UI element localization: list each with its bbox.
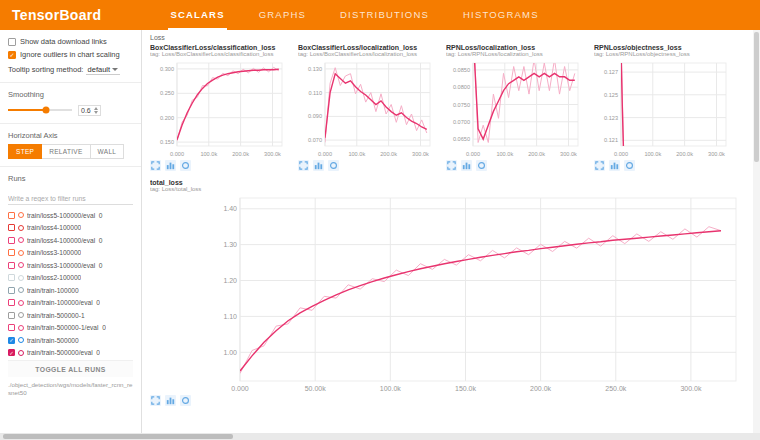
axis-wall-button[interactable]: WALL <box>91 144 125 159</box>
run-list-item[interactable]: train/train-100000 <box>8 284 133 297</box>
fullscreen-icon[interactable] <box>298 160 309 171</box>
bar-chart-icon[interactable] <box>461 160 472 171</box>
smoothing-value-box[interactable]: 0.6 <box>78 105 101 116</box>
run-isolator-icon[interactable] <box>18 350 24 356</box>
run-checkbox[interactable] <box>8 212 15 219</box>
svg-text:300.0k: 300.0k <box>412 151 429 157</box>
axis-relative-button[interactable]: RELATIVE <box>42 144 90 159</box>
svg-text:200.0k: 200.0k <box>380 151 397 157</box>
run-list-item[interactable]: train/loss3-100000/eval_0 <box>8 259 133 272</box>
run-label: train/loss5-100000/eval_0 <box>27 212 103 219</box>
svg-text:0.200: 0.200 <box>160 115 174 121</box>
spinner-arrows-icon[interactable] <box>94 107 98 114</box>
tab-graphs[interactable]: GRAPHS <box>257 0 308 30</box>
chart-canvas[interactable]: 0.06500.07000.07500.08000.08500.000100.0… <box>446 58 584 158</box>
run-list-item[interactable]: train/train-500000-1/eval_0 <box>8 321 133 334</box>
horizontal-axis-label: Horizontal Axis <box>8 131 133 140</box>
run-isolator-icon[interactable] <box>18 212 24 218</box>
run-isolator-icon[interactable] <box>18 287 24 293</box>
chart-canvas[interactable]: 0.1210.1230.1250.1270.000100.0k200.0k300… <box>594 58 732 158</box>
tab-scalars[interactable]: SCALARS <box>168 0 226 30</box>
svg-text:0.127: 0.127 <box>604 69 618 75</box>
smoothing-slider-thumb[interactable] <box>43 107 50 114</box>
run-isolator-icon[interactable] <box>18 250 24 256</box>
tooltip-sorting-select[interactable]: default <box>86 65 121 75</box>
svg-text:150.0k: 150.0k <box>455 385 477 392</box>
fullscreen-icon[interactable] <box>446 160 457 171</box>
pin-icon[interactable] <box>624 160 635 171</box>
run-list-item[interactable]: train/loss2-100000 <box>8 271 133 284</box>
run-list-item[interactable]: train/loss5-100000/eval_0 <box>8 209 133 222</box>
vertical-scrollbar[interactable] <box>753 30 760 440</box>
chart-card: BoxClassifierLoss/localization_loss tag:… <box>298 44 436 171</box>
run-isolator-icon[interactable] <box>18 237 24 243</box>
chart-canvas[interactable]: 0.1500.2000.2500.3000.000100.0k200.0k300… <box>150 58 288 158</box>
run-list-item[interactable]: ✓ train/train-500000/eval_0 <box>8 346 133 359</box>
run-list-item[interactable]: train/train-100000/eval_0 <box>8 296 133 309</box>
run-checkbox[interactable] <box>8 262 15 269</box>
show-download-links-label: Show data download links <box>20 37 107 46</box>
run-isolator-icon[interactable] <box>18 275 24 281</box>
run-checkbox[interactable] <box>8 249 15 256</box>
settings-sidebar: Show data download links ✓ Ignore outlie… <box>0 30 142 433</box>
chart-canvas[interactable]: 1.001.101.201.301.400.00050.00k100.0k150… <box>150 193 746 393</box>
pin-icon[interactable] <box>180 160 191 171</box>
svg-text:0.0650: 0.0650 <box>453 136 470 142</box>
chart-card: total_loss tag: Loss/total_loss 1.001.10… <box>150 179 746 406</box>
run-list-item[interactable]: train/loss4-100000/eval_0 <box>8 234 133 247</box>
svg-text:200.0k: 200.0k <box>530 385 552 392</box>
svg-text:250.0k: 250.0k <box>605 385 627 392</box>
pin-icon[interactable] <box>180 395 191 406</box>
fullscreen-icon[interactable] <box>150 160 161 171</box>
smoothing-slider[interactable] <box>8 109 72 111</box>
run-list-item[interactable]: train/loss3-100000 <box>8 246 133 259</box>
run-list-item[interactable]: ✓ train/train-500000 <box>8 334 133 347</box>
horizontal-scrollbar[interactable] <box>0 433 760 440</box>
axis-step-button[interactable]: STEP <box>8 144 42 159</box>
chart-card: RPNLoss/localization_loss tag: Loss/RPNL… <box>446 44 584 171</box>
show-download-links-checkbox[interactable] <box>8 38 16 46</box>
run-checkbox[interactable] <box>8 324 15 331</box>
run-isolator-icon[interactable] <box>18 312 24 318</box>
bar-chart-icon[interactable] <box>609 160 620 171</box>
bar-chart-icon[interactable] <box>313 160 324 171</box>
run-checkbox[interactable] <box>8 274 15 281</box>
svg-text:1.20: 1.20 <box>223 277 237 284</box>
run-checkbox[interactable] <box>8 312 15 319</box>
run-list-item[interactable]: train/train-500000-1 <box>8 309 133 322</box>
run-checkbox[interactable]: ✓ <box>8 349 15 356</box>
run-label: train/loss4-100000 <box>27 224 81 231</box>
run-isolator-icon[interactable] <box>18 225 24 231</box>
toggle-all-runs-button[interactable]: TOGGLE ALL RUNS <box>8 361 133 377</box>
runs-list: train/loss5-100000/eval_0 train/loss4-10… <box>8 209 133 361</box>
run-checkbox[interactable] <box>8 287 15 294</box>
runs-filter-input[interactable] <box>8 193 133 205</box>
svg-text:0.0800: 0.0800 <box>453 84 470 90</box>
svg-text:300.0k: 300.0k <box>264 151 281 157</box>
run-checkbox[interactable]: ✓ <box>8 337 15 344</box>
divider <box>0 123 141 124</box>
smoothing-label: Smoothing <box>8 90 133 99</box>
run-checkbox[interactable] <box>8 237 15 244</box>
run-isolator-icon[interactable] <box>18 262 24 268</box>
run-list-item[interactable]: train/loss4-100000 <box>8 221 133 234</box>
svg-text:0.250: 0.250 <box>160 90 174 96</box>
chart-canvas[interactable]: 0.0700.0900.1100.1300.000100.0k200.0k300… <box>298 58 436 158</box>
fullscreen-icon[interactable] <box>150 395 161 406</box>
ignore-outliers-option[interactable]: ✓ Ignore outliers in chart scaling <box>8 50 133 59</box>
ignore-outliers-checkbox[interactable]: ✓ <box>8 51 16 59</box>
app-title: TensorBoard <box>0 7 113 23</box>
show-download-links-option[interactable]: Show data download links <box>8 37 133 46</box>
tab-distributions[interactable]: DISTRIBUTIONS <box>338 0 431 30</box>
bar-chart-icon[interactable] <box>165 160 176 171</box>
fullscreen-icon[interactable] <box>594 160 605 171</box>
run-checkbox[interactable] <box>8 224 15 231</box>
run-isolator-icon[interactable] <box>18 300 24 306</box>
pin-icon[interactable] <box>328 160 339 171</box>
run-checkbox[interactable] <box>8 299 15 306</box>
run-isolator-icon[interactable] <box>18 337 24 343</box>
run-isolator-icon[interactable] <box>18 325 24 331</box>
pin-icon[interactable] <box>476 160 487 171</box>
bar-chart-icon[interactable] <box>165 395 176 406</box>
tab-histograms[interactable]: HISTOGRAMS <box>461 0 541 30</box>
